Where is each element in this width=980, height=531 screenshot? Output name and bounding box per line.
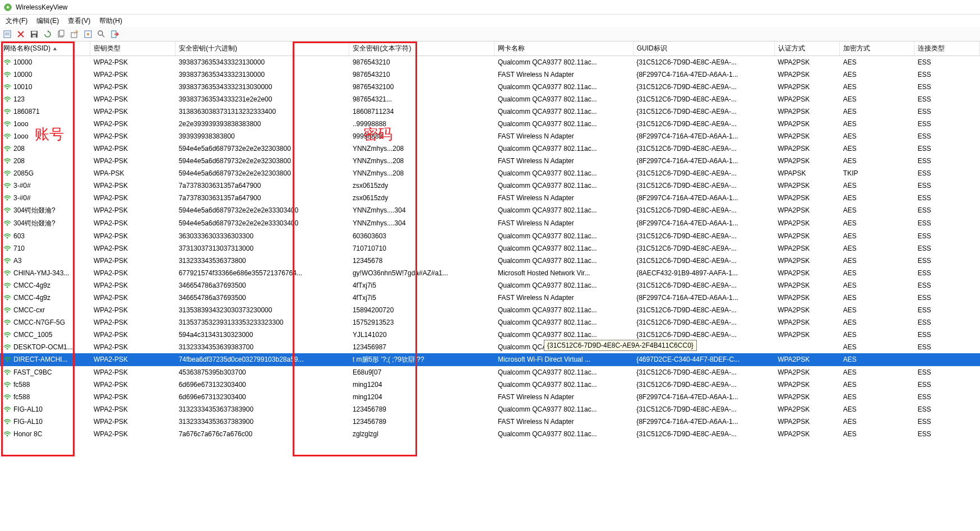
wifi-icon (3, 407, 11, 412)
cell: CMCC-4g9z (0, 279, 90, 292)
cell: DIRECT-AMCHI... (0, 353, 90, 366)
table-row[interactable]: 2085GWPA-PSK594e4e5a6d6879732e2e2e323038… (0, 167, 980, 179)
cell-ssid: 1860871 (13, 108, 40, 116)
table-row[interactable]: 1oooWPA2-PSK2e2e393939393838383800..9999… (0, 118, 980, 130)
cell: 37313037313037313000 (175, 242, 349, 255)
cell: AES (840, 428, 914, 440)
cell: WPA2-PSK (90, 428, 175, 440)
cell: CMCC-cxr (0, 304, 90, 316)
column-header-4[interactable]: 网卡名称 (494, 41, 633, 56)
save-button[interactable] (29, 29, 39, 39)
table-row[interactable]: 710WPA2-PSK37313037313037313000710710710… (0, 242, 980, 255)
options-button[interactable] (83, 29, 93, 39)
find-button[interactable] (96, 29, 107, 39)
cell: FAST Wireless N Adapter (494, 155, 633, 167)
cell: 31323334353637383900 (175, 415, 349, 428)
refresh-button[interactable] (43, 29, 53, 39)
column-header-3[interactable]: 安全密钥(文本字符) (349, 41, 494, 56)
table-row[interactable]: CHINA-YMJ-343...WPA2-PSK677921574f33366e… (0, 267, 980, 279)
wifi-icon (3, 195, 11, 201)
column-header-5[interactable]: GUID标识 (633, 41, 774, 56)
table-row[interactable]: 208WPA2-PSK594e4e5a6d6879732e2e2e3230380… (0, 142, 980, 155)
table-row[interactable]: 10010WPA2-PSK393837363534333231303000098… (0, 81, 980, 93)
table-row[interactable]: DIRECT-AMCHI...WPA2-PSK74fbea6df37235d0c… (0, 353, 980, 366)
cell-ssid: 10000 (13, 71, 32, 79)
table-row[interactable]: 603WPA2-PSK36303336303336303300603603603… (0, 230, 980, 242)
menu-item-3[interactable]: 帮助(H) (95, 15, 127, 27)
cell: FAST Wireless N Adapter (494, 292, 633, 304)
table-row[interactable]: fc588WPA2-PSK6d696e673132303400ming1204F… (0, 391, 980, 403)
table-row[interactable]: A3WPA2-PSK31323334353637380012345678Qual… (0, 255, 980, 267)
table-row[interactable]: 3-#0#WPA2-PSK7a7378303631357a647900zsx06… (0, 179, 980, 192)
cell-ssid: 1ooo (13, 120, 29, 128)
table-row[interactable]: DESKTOP-OCM1...WPA2-PSK31323334353639383… (0, 341, 980, 353)
column-label: GUID标识 (637, 44, 667, 53)
svg-point-28 (7, 137, 8, 138)
table-row[interactable]: 123WPA2-PSK393837363534333231e2e2e009876… (0, 93, 980, 105)
wifi-icon (3, 382, 11, 387)
table-row[interactable]: FAST_C9BCWPA2-PSK45363875395b303700E68u9… (0, 366, 980, 378)
exit-button[interactable] (110, 29, 120, 39)
table-row[interactable]: CMCC-N7GF-5GWPA2-PSK31353735323931333532… (0, 316, 980, 329)
cell: ESS (914, 217, 980, 230)
export-button[interactable] (70, 29, 80, 39)
menu-item-2[interactable]: 查看(V) (63, 15, 95, 27)
table-row[interactable]: CMCC-4g9zWPA2-PSK346654786a376935004fTxj… (0, 292, 980, 304)
cell: ESS (914, 403, 980, 415)
cell: {31C512C6-7D9D-4E8C-AE9A-... (633, 366, 774, 378)
cell: 208 (0, 155, 90, 167)
cell: ESS (914, 81, 980, 93)
cell: WPA2-PSK (90, 192, 175, 204)
column-header-1[interactable]: 密钥类型 (90, 41, 175, 56)
table-row[interactable]: 1860871WPA2-PSK3138363038373131323233340… (0, 105, 980, 118)
wifi-icon (3, 344, 11, 350)
cell: Qualcomm QCA9377 802.11ac... (494, 105, 633, 118)
cell-ssid: Honor 8C (13, 430, 42, 438)
table-container[interactable]: 网络名称(SSID)密钥类型安全密钥(十六进制)安全密钥(文本字符)网卡名称GU… (0, 41, 980, 531)
column-header-7[interactable]: 加密方式 (840, 41, 914, 56)
cell: CMCC-4g9z (0, 292, 90, 304)
cell: {31C512C6-7D9D-4E8C-AE9A-... (633, 167, 774, 179)
copy-button[interactable] (56, 29, 66, 39)
table-row[interactable]: 304锷炲叕瀹?WPA2-PSK594e4e5a6d6879732e2e2e2e… (0, 217, 980, 230)
cell: 45363875395b303700 (175, 366, 349, 378)
table-row[interactable]: 10000WPA2-PSK393837363534333231300009876… (0, 68, 980, 81)
cell: 4fTxj7i5 (349, 279, 494, 292)
cell: {4697D2CE-C340-44F7-8DEF-C... (633, 353, 774, 366)
cell: WPA2PSK (774, 329, 840, 341)
table-row[interactable]: CMCC_1005WPA2-PSK594a4c31343130323000YJL… (0, 329, 980, 341)
table-row[interactable]: 10000WPA2-PSK393837363534333231300009876… (0, 56, 980, 68)
column-header-2[interactable]: 安全密钥(十六进制) (175, 41, 349, 56)
cell: Qualcomm QCA9377 802.11ac... (494, 204, 633, 217)
column-header-0[interactable]: 网络名称(SSID) (0, 41, 90, 56)
table-row[interactable]: FIG-AL10WPA2-PSK313233343536373839001234… (0, 415, 980, 428)
wifi-icon (3, 183, 11, 188)
table-row[interactable]: Honor 8CWPA2-PSK7a676c7a676c7a676c00zglz… (0, 428, 980, 440)
table-row[interactable]: CMCC-cxrWPA2-PSK313538393432303037323000… (0, 304, 980, 316)
cell: {8AECF432-91B9-4897-AAFA-1... (633, 267, 774, 279)
svg-point-39 (7, 274, 8, 275)
cell-ssid: FAST_C9BC (13, 368, 52, 376)
delete-button[interactable] (16, 29, 26, 39)
cell: WPA2-PSK (90, 155, 175, 167)
table-row[interactable]: fc588WPA2-PSK6d696e673132303400ming1204Q… (0, 378, 980, 391)
table-row[interactable]: 208WPA2-PSK594e4e5a6d6879732e2e2e3230380… (0, 155, 980, 167)
cell: FIG-AL10 (0, 415, 90, 428)
cell: {8F2997C4-716A-47ED-A6AA-1... (633, 391, 774, 403)
cell: WPAPSK (774, 167, 840, 179)
cell: ESS (914, 204, 980, 217)
column-header-8[interactable]: 连接类型 (914, 41, 980, 56)
table-row[interactable]: 1oooWPA2-PSK39393993838380099998888FAST … (0, 130, 980, 142)
properties-button[interactable] (2, 29, 12, 39)
svg-point-40 (7, 286, 8, 288)
table-row[interactable]: CMCC-4g9zWPA2-PSK346654786a376935004fTxj… (0, 279, 980, 292)
wifi-icon (3, 431, 11, 437)
wifi-icon (3, 246, 11, 251)
table-row[interactable]: 304锷炲叕瀹?WPA2-PSK594e4e5a6d6879732e2e2e2e… (0, 204, 980, 217)
table-row[interactable]: 3-#0#WPA2-PSK7a7378303631357a647900zsx06… (0, 192, 980, 204)
column-header-6[interactable]: 认证方式 (774, 41, 840, 56)
table-row[interactable]: FIG-AL10WPA2-PSK313233343536373839001234… (0, 403, 980, 415)
menu-item-1[interactable]: 编辑(E) (32, 15, 63, 27)
cell: {31C512C6-7D9D-4E8C-AE9A-... (633, 105, 774, 118)
menu-item-0[interactable]: 文件(F) (1, 15, 32, 27)
